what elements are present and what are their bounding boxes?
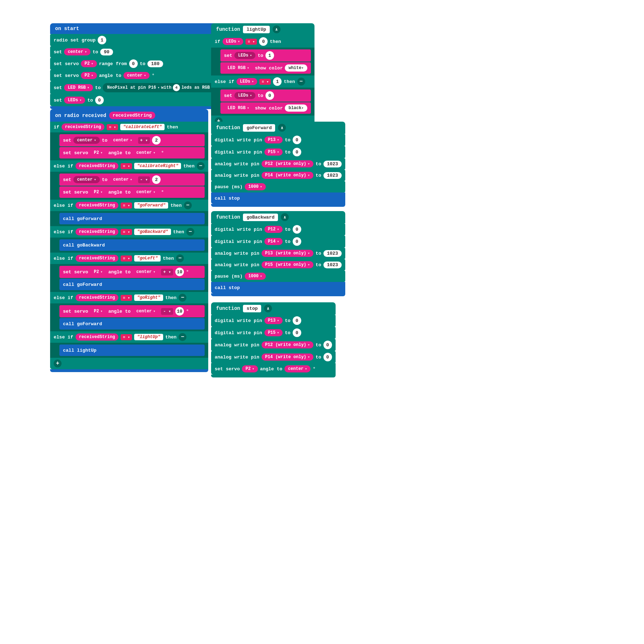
center-value[interactable]: 90 (100, 49, 113, 55)
func-stop-header: function stop ∧ (211, 302, 336, 314)
lightup-body: call lightUp (50, 343, 208, 358)
gob-dig-p12-row: digital write pin P12 ▾ to 0 (211, 223, 345, 235)
set-servo-center-row1: set servo P2 ▾ angle to center ▾ ° (59, 147, 205, 158)
if-calibrate-left-row: if receivedString = ▾ "calibrateLeft" th… (50, 122, 208, 132)
gob-ana-p15-row: analog write pin P15 (write only) ▾ to 1… (211, 259, 345, 270)
call-gobackward-row: call goBackward (59, 239, 205, 251)
else-if-calibrate-right-row: else if receivedString = ▾ "calibrateRig… (50, 160, 208, 172)
calibrate-left-body: set center ▾ to center ▾ + ▾ 2 set servo… (50, 132, 208, 160)
func-gobackward-block: function goBackward ∧ digital write pin … (211, 211, 345, 296)
set-servo-right-row: set servo P2 ▾ angle to center ▾ - ▾ 10 … (59, 305, 205, 317)
radio-block-footer (50, 369, 208, 372)
call-goforward-row: call goForward (59, 213, 205, 224)
else-if-goright-row: else if receivedString = ▾ "goRight" the… (50, 292, 208, 303)
gob-ana-p13-row: analog write pin P13 (write only) ▾ to 1… (211, 248, 345, 259)
func-goforward-name: goForward (243, 124, 275, 132)
lightup-collapse[interactable]: ∧ (273, 25, 280, 33)
range-to-val[interactable]: 180 (147, 60, 163, 67)
lightup-elseif-body: set LEDs ▾ to 0 LED RGB ▾ show color bla… (211, 88, 314, 116)
else-if-gobackward-row: else if receivedString = ▾ "goBackward" … (50, 226, 208, 238)
set-leds-1-row: set LEDs ▾ to 1 (220, 49, 311, 62)
center-pill[interactable]: center ▾ (64, 48, 90, 55)
gof-pause-row: pause (ms) 1000 ▾ (211, 181, 345, 192)
goforward-collapse[interactable]: ∧ (278, 124, 286, 132)
servo-p2-pill2[interactable]: P2 ▾ (81, 72, 97, 79)
radio-footer: + (50, 358, 208, 369)
func-lightup-header: function lightUp ∧ (211, 23, 314, 35)
set-servo-center-row2: set servo P2 ▾ angle to center ▾ ° (59, 186, 205, 198)
func-goforward-header: function goForward ∧ (211, 122, 345, 134)
minus-lightup-else[interactable]: − (297, 78, 305, 86)
servo-p2-pill1[interactable]: P2 ▾ (81, 60, 97, 67)
else-if-lightup-row: else if receivedString = ▾ "lightUp" the… (50, 331, 208, 343)
radio-group-value[interactable]: 1 (98, 36, 106, 44)
on-radio-block: on radio received receivedString if rece… (50, 109, 208, 372)
minus-lightup[interactable]: − (179, 333, 186, 341)
received-string-param: receivedString (109, 112, 155, 119)
stop-ana-p14-row: analog write pin P14 (write only) ▾ to 0 (211, 351, 336, 363)
func-goforward-block: function goForward ∧ digital write pin P… (211, 122, 345, 207)
set-servo-left-row: set servo P2 ▾ angle to center ▾ + ▾ 10 … (59, 266, 205, 278)
else-if-goleft-row: else if receivedString = ▾ "goLeft" then… (50, 253, 208, 264)
stop-block-footer (211, 375, 336, 377)
minus-gobackward[interactable]: − (186, 228, 194, 236)
gof-dig-p13-row: digital write pin P13 ▾ to 0 (211, 134, 345, 146)
center-angle-pill[interactable]: center ▾ (123, 72, 150, 79)
on-radio-header: on radio received receivedString (50, 109, 208, 122)
add-branch-btn[interactable]: + (54, 360, 62, 367)
gobackward-collapse[interactable]: ∧ (281, 213, 289, 221)
leds-pill[interactable]: LEDs ▾ (64, 97, 85, 104)
goforward-block-footer (211, 204, 345, 207)
set-center-plus2-row: set center ▾ to center ▾ + ▾ 2 (59, 134, 205, 146)
on-start-label: on start (55, 26, 79, 31)
gof-dig-p15-row: digital write pin P15 ▾ to 0 (211, 146, 345, 158)
gob-call-stop-row: call stop (211, 282, 345, 293)
func-stop-block: function stop ∧ digital write pin P13 ▾ … (211, 302, 336, 377)
gobackward-body: call goBackward (50, 238, 208, 253)
func-gobackward-name: goBackward (243, 214, 278, 221)
goforward-body: call goForward (50, 211, 208, 226)
call-goforward-right-row: call goForward (59, 318, 205, 330)
gof-call-stop-row: call stop (211, 192, 345, 204)
stop-dig-p13-row: digital write pin P13 ▾ to 0 (211, 314, 336, 327)
call-goforward-left-row: call goForward (59, 279, 205, 290)
goright-body: set servo P2 ▾ angle to center ▾ - ▾ 10 … (50, 303, 208, 331)
lightup-if-body: set LEDs ▾ to 1 LED RGB ▾ show color whi… (211, 48, 314, 75)
minus-goright[interactable]: − (179, 294, 186, 302)
func-gobackward-header: function goBackward ∧ (211, 211, 345, 223)
minus-goforward[interactable]: − (184, 201, 192, 209)
black-color-pill[interactable]: black ▾ (285, 104, 307, 112)
goleft-body: set servo P2 ▾ angle to center ▾ + ▾ 10 … (50, 264, 208, 292)
gob-pause-row: pause (ms) 1000 ▾ (211, 270, 345, 282)
white-color-pill[interactable]: white ▾ (285, 64, 307, 72)
func-lightup-name: lightUp (243, 26, 270, 33)
set-leds-0-row: set LEDs ▾ to 0 (220, 89, 311, 102)
minus-goleft[interactable]: − (176, 254, 184, 262)
stop-collapse[interactable]: ∧ (264, 304, 272, 312)
func-stop-name: stop (243, 305, 261, 312)
calibrate-right-body: set center ▾ to center ▾ - ▾ 2 set servo… (50, 172, 208, 200)
else-if-goforward-row: else if receivedString = ▾ "goForward" t… (50, 200, 208, 211)
gob-dig-p14-row: digital write pin P14 ▾ to 0 (211, 235, 345, 248)
call-lightup-row: call lightUp (59, 345, 205, 356)
stop-ana-p12-row: analog write pin P12 (write only) ▾ to 0 (211, 339, 336, 351)
leds-value[interactable]: 0 (95, 96, 104, 104)
gobackward-block-footer (211, 293, 345, 296)
stop-dig-p15-row: digital write pin P15 ▾ to 0 (211, 327, 336, 339)
led-rgb-white-row: LED RGB ▾ show color white ▾ (220, 62, 311, 74)
led-rgb-black-row: LED RGB ▾ show color black ▾ (220, 102, 311, 114)
lightup-elseif-row: else if LEDs ▾ = ▾ 1 then − (211, 75, 314, 88)
func-lightup-block: function lightUp ∧ if LEDs ▾ = ▾ 0 then … (211, 23, 314, 130)
led-rgb-pill[interactable]: LED RGB ▾ (64, 84, 93, 91)
set-center-minus2-row: set center ▾ to center ▾ - ▾ 2 (59, 174, 205, 186)
radio-set-group-label: radio set group (54, 38, 96, 43)
gof-ana-p12-row: analog write pin P12 (write only) ▾ to 1… (211, 158, 345, 170)
range-from-val[interactable]: 0 (129, 59, 138, 68)
minus-calibrate-right[interactable]: − (197, 162, 205, 170)
stop-servo-row: set servo P2 ▾ angle to center ▾ ° (211, 363, 336, 375)
gof-ana-p14-row: analog write pin P14 (write only) ▾ to 1… (211, 170, 345, 181)
lightup-if-row: if LEDs ▾ = ▾ 0 then (211, 35, 314, 48)
